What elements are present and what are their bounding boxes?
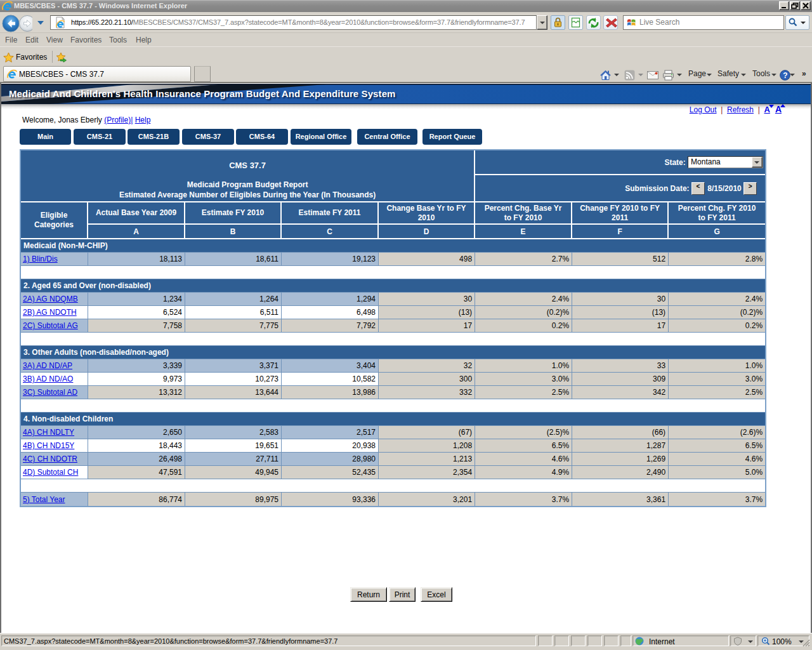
svg-text:?: ? <box>783 71 787 80</box>
